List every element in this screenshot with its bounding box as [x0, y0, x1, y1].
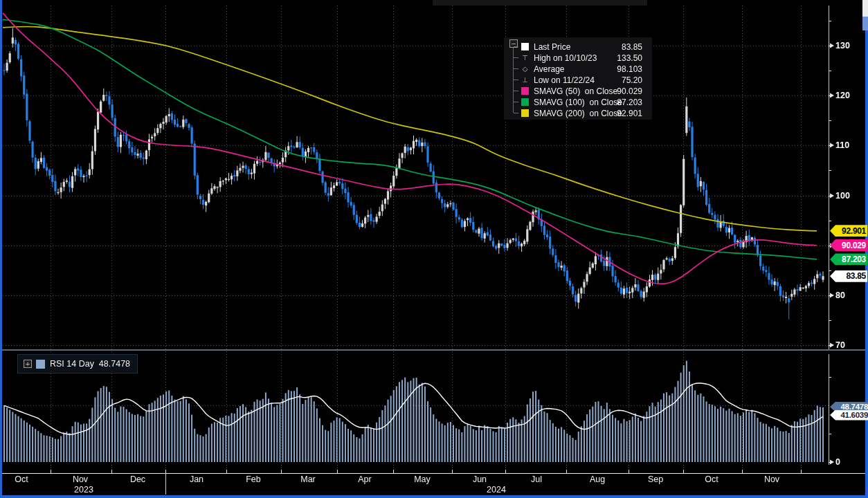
x-axis-year-label: 2023: [74, 485, 93, 495]
window-bottom-border: [0, 495, 868, 498]
x-axis-month-label: Dec: [130, 474, 145, 484]
rsi-swatch-icon: [36, 360, 45, 369]
legend-value: 83.85: [622, 42, 642, 52]
legend-label: SMAVG (100) on Close: [534, 98, 622, 107]
smavg100-swatch-icon: [521, 98, 529, 106]
x-axis-month-label: Oct: [15, 474, 28, 484]
legend-row-low[interactable]: ⊥ Low on 11/22/24 75.20: [504, 75, 652, 85]
x-axis-month-label: Jul: [531, 474, 542, 484]
legend-row-smavg200[interactable]: SMAVG (200) on Close 92.901: [504, 108, 652, 118]
legend-row-high[interactable]: ⊤ High on 10/10/23 133.50: [504, 53, 652, 63]
tree-stub: [514, 68, 518, 69]
legend-value: 98.103: [617, 64, 642, 74]
bloomberg-chart-window: − Last Price 83.85 ⊤ High on 10/10/23 13…: [0, 0, 868, 498]
tree-stub: [514, 57, 518, 58]
tree-stub: [514, 80, 518, 80]
x-axis-month-label: Feb: [246, 474, 261, 484]
legend-row-average[interactable]: ◇ Average 98.103: [504, 64, 652, 74]
x-axis-month-label: Apr: [358, 474, 371, 484]
rsi-axis-zero-label: 0: [835, 457, 840, 467]
x-axis-month-label: Mar: [300, 474, 316, 484]
legend-value: 133.50: [617, 53, 642, 63]
last-price-badge: 83.85: [830, 270, 867, 282]
price-axis-label: 110: [835, 140, 849, 150]
x-axis-month-label: Nov: [73, 474, 88, 484]
price-axis-label: 130: [835, 41, 850, 50]
window-left-border: [0, 0, 2, 498]
x-axis-month-label: Aug: [590, 474, 605, 484]
scrollbar-arrow-box[interactable]: [862, 0, 868, 17]
sma200-price-badge: 92.901: [830, 225, 867, 237]
x-axis-month-label: May: [414, 474, 431, 484]
tree-stub: [514, 91, 518, 91]
legend-value: 87.203: [617, 98, 642, 107]
legend-label: SMAVG (50) on Close: [534, 86, 617, 96]
legend-label: Low on 11/22/24: [534, 75, 595, 85]
panel-separator[interactable]: [0, 349, 868, 351]
price-axis-label: 70: [835, 340, 845, 350]
tree-stub: [514, 102, 518, 102]
x-axis-month-label: Nov: [764, 474, 779, 484]
legend-value: 75.20: [622, 75, 642, 85]
legend-row-smavg50[interactable]: SMAVG (50) on Close 90.029: [504, 86, 652, 96]
x-axis-year-label: 2024: [487, 485, 506, 495]
legend-value: 92.901: [617, 109, 642, 118]
x-axis-month-label: Jun: [473, 474, 487, 484]
last-price-swatch-icon: [521, 43, 529, 50]
sma100-price-badge: 87.203: [830, 253, 867, 265]
low-marker-icon: ⊥: [521, 76, 529, 84]
legend-row-last-price[interactable]: Last Price 83.85: [504, 42, 652, 52]
legend-label: SMAVG (200) on Close: [534, 109, 622, 118]
price-axis-label: 120: [835, 91, 850, 100]
tree-stub: [514, 46, 518, 47]
x-axis-month-label: Sep: [648, 474, 663, 484]
price-axis-label: 80: [835, 290, 845, 300]
sma50-price-badge: 90.029: [830, 239, 867, 251]
scrollbar-thumb[interactable]: [862, 17, 868, 30]
price-legend: − Last Price 83.85 ⊤ High on 10/10/23 13…: [504, 37, 652, 120]
legend-label: High on 10/10/23: [534, 53, 597, 63]
top-strip: [433, 0, 647, 6]
x-axis-month-label: Jan: [190, 474, 204, 484]
chart-canvas[interactable]: [0, 0, 868, 498]
legend-label: Average: [534, 64, 564, 74]
smavg200-swatch-icon: [521, 109, 529, 117]
legend-row-smavg100[interactable]: SMAVG (100) on Close 87.203: [504, 97, 652, 107]
tree-stub: [514, 113, 518, 113]
rsi-expand-icon[interactable]: +: [24, 360, 32, 368]
smavg50-swatch-icon: [521, 87, 529, 95]
price-axis-label: 100: [835, 191, 850, 201]
legend-label: Last Price: [534, 42, 570, 52]
rsi-panel-title: RSI 14 Day 48.7478: [50, 359, 130, 369]
x-axis-month-label: Oct: [705, 474, 718, 484]
high-marker-icon: ⊤: [521, 54, 529, 62]
rsi-panel-header[interactable]: + RSI 14 Day 48.7478: [17, 354, 138, 374]
legend-value: 90.029: [617, 86, 642, 96]
average-marker-icon: ◇: [521, 65, 529, 73]
rsi-ma-value-badge: 41.6039: [830, 410, 868, 421]
